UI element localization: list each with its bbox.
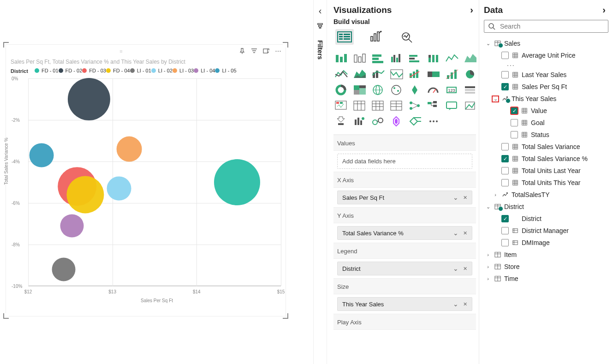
resize-handle[interactable]: [3, 313, 9, 319]
viz-type-icon[interactable]: [426, 115, 441, 128]
checkbox[interactable]: [501, 179, 509, 186]
field-sales-per-sqft[interactable]: Sales Per Sq Ft: [484, 81, 608, 93]
bubble-point[interactable]: [107, 176, 131, 201]
bubble-point[interactable]: [214, 159, 260, 205]
resize-handle[interactable]: [283, 42, 288, 48]
viz-type-icon[interactable]: [333, 52, 349, 65]
resize-handle[interactable]: [3, 42, 9, 48]
checkbox[interactable]: [501, 239, 509, 246]
viz-type-icon[interactable]: [463, 68, 478, 81]
legend-field-pill[interactable]: District: [337, 262, 472, 275]
format-visual-tab[interactable]: [367, 29, 385, 45]
expand-highlighted[interactable]: ⌄: [492, 96, 499, 102]
checkbox[interactable]: [511, 119, 518, 126]
viz-type-icon[interactable]: [444, 99, 460, 112]
collapse-viz-pane-icon[interactable]: [470, 5, 473, 15]
bubble-point[interactable]: [67, 176, 104, 213]
collapse-data-pane-icon[interactable]: [602, 5, 606, 15]
viz-type-icon[interactable]: [426, 68, 441, 81]
viz-type-icon[interactable]: [444, 68, 460, 81]
viz-type-icon[interactable]: [333, 99, 349, 112]
viz-type-icon[interactable]: [370, 115, 386, 128]
table-sales[interactable]: ⌄Sales: [484, 37, 608, 49]
viz-type-icon[interactable]: [333, 115, 349, 128]
filters-label[interactable]: Filters: [316, 40, 324, 60]
checkbox-checked-highlighted[interactable]: [511, 107, 518, 114]
legend-item[interactable]: FD - 03: [82, 68, 106, 73]
viz-type-icon[interactable]: [426, 52, 441, 65]
field-total-units-last-year[interactable]: Total Units Last Year: [484, 165, 608, 177]
field-dmimage[interactable]: DMImage: [484, 237, 608, 249]
field-total-units-this-year[interactable]: Total Units This Year: [484, 177, 608, 189]
viz-type-icon[interactable]: [389, 52, 405, 65]
viz-type-icon[interactable]: [426, 99, 441, 112]
checkbox-checked[interactable]: [501, 83, 509, 90]
field-totalsalesty[interactable]: ›TotalSalesTY: [484, 189, 608, 201]
xaxis-field-pill[interactable]: Sales Per Sq Ft: [337, 191, 472, 204]
field-district-manager[interactable]: District Manager: [484, 225, 608, 237]
scatter-chart-visual[interactable]: ≡ ··· Sales Per Sq Ft, Total Sales Varia…: [6, 44, 286, 316]
viz-type-icon[interactable]: [407, 84, 423, 96]
checkbox-checked[interactable]: [501, 155, 509, 162]
filter-icon[interactable]: [250, 48, 258, 55]
expand-filters-icon[interactable]: [319, 6, 322, 16]
viz-type-icon[interactable]: [389, 99, 405, 112]
viz-type-icon[interactable]: [463, 84, 478, 96]
focus-mode-icon[interactable]: [262, 48, 270, 55]
table-district[interactable]: ⌄District: [484, 201, 608, 213]
viz-type-icon[interactable]: [352, 99, 368, 112]
build-visual-tab[interactable]: [335, 29, 354, 45]
remove-field-icon[interactable]: [463, 229, 467, 237]
viz-type-icon[interactable]: [352, 52, 368, 65]
viz-type-icon[interactable]: [370, 84, 386, 96]
legend-item[interactable]: LI - 01: [130, 68, 151, 73]
report-canvas[interactable]: ≡ ··· Sales Per Sq Ft, Total Sales Varia…: [0, 0, 313, 364]
legend-item[interactable]: LI - 03: [173, 68, 194, 73]
viz-type-icon[interactable]: [463, 52, 478, 65]
field-status[interactable]: Status: [484, 129, 608, 141]
bubble-point[interactable]: [117, 137, 142, 162]
viz-type-icon[interactable]: [370, 52, 386, 65]
viz-type-icon[interactable]: [389, 115, 405, 128]
viz-type-icon[interactable]: [370, 99, 386, 112]
more-fields-indicator[interactable]: ···: [484, 61, 608, 69]
analytics-tab[interactable]: [398, 29, 417, 45]
pin-icon[interactable]: [238, 48, 246, 55]
field-district[interactable]: District: [484, 213, 608, 225]
checkbox[interactable]: [501, 143, 509, 150]
field-value[interactable]: Value: [484, 105, 608, 117]
field-menu-icon[interactable]: [453, 229, 458, 237]
search-input[interactable]: [499, 22, 604, 30]
search-box[interactable]: [484, 20, 608, 33]
field-total-sales-variance[interactable]: Total Sales Variance: [484, 141, 608, 153]
viz-type-icon[interactable]: [407, 99, 423, 112]
field-this-year-sales[interactable]: ⌄This Year Sales: [484, 93, 608, 105]
checkbox[interactable]: [501, 71, 509, 78]
resize-handle[interactable]: [283, 313, 288, 319]
viz-type-icon[interactable]: [352, 115, 368, 128]
viz-type-icon[interactable]: [389, 68, 405, 81]
legend-item[interactable]: LI - 04: [194, 68, 215, 73]
checkbox[interactable]: [501, 227, 509, 234]
yaxis-field-pill[interactable]: Total Sales Variance %: [337, 226, 472, 240]
viz-type-icon[interactable]: [407, 115, 423, 128]
viz-type-icon[interactable]: [352, 68, 368, 81]
field-goal[interactable]: Goal: [484, 117, 608, 129]
remove-field-icon[interactable]: [463, 300, 467, 308]
viz-type-icon[interactable]: [426, 84, 441, 96]
checkbox-checked[interactable]: [501, 215, 509, 222]
legend-item[interactable]: FD - 01: [35, 68, 59, 73]
viz-type-icon[interactable]: [407, 52, 423, 65]
field-total-sales-variance-pct[interactable]: Total Sales Variance %: [484, 153, 608, 165]
field-menu-icon[interactable]: [453, 194, 458, 201]
legend-item[interactable]: LI - 02: [151, 68, 173, 73]
table-time[interactable]: ›Time: [484, 273, 608, 285]
drag-handle[interactable]: ≡: [10, 48, 234, 54]
checkbox[interactable]: [511, 131, 518, 138]
viz-type-icon[interactable]: [389, 84, 405, 96]
checkbox[interactable]: [501, 52, 509, 59]
viz-type-icon[interactable]: 123: [444, 84, 460, 96]
viz-type-icon[interactable]: [333, 68, 349, 81]
legend-item[interactable]: LI - 05: [215, 68, 236, 73]
remove-field-icon[interactable]: [463, 265, 467, 272]
